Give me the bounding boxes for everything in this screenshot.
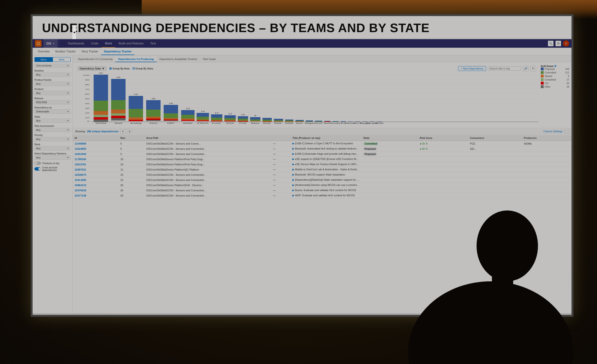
svg-rect-114: [315, 121, 322, 122]
col-producers[interactable]: Producers: [522, 135, 572, 141]
product-label: Product: [34, 88, 71, 90]
iteration-filter: Iteration Any ▼: [34, 70, 71, 77]
nav-build[interactable]: Build and Release: [115, 39, 147, 48]
settings-icon-btn[interactable]: ⚙: [555, 41, 561, 46]
nav-code[interactable]: Code: [88, 39, 102, 48]
cell-dots[interactable]: •••: [271, 151, 291, 157]
svg-text:SiGMa: SiGMa: [95, 122, 107, 124]
risk-value[interactable]: Any ▼: [34, 128, 71, 132]
cell-title: ▶ eSE support in QSEE/TEE [Ensure eSE Fu…: [291, 157, 361, 162]
svg-text:WebP: WebP: [183, 122, 193, 124]
col-area[interactable]: Area Path: [144, 135, 271, 141]
nav-work[interactable]: Work: [102, 39, 115, 48]
cell-producers: [522, 177, 572, 182]
refresh-icon-btn[interactable]: ↻: [530, 66, 536, 71]
svg-rect-26: [94, 117, 108, 119]
cell-dots[interactable]: •••: [271, 172, 291, 177]
svg-rect-59: [181, 115, 195, 119]
cell-consumers: [468, 172, 522, 177]
svg-text:EDM: EDM: [285, 122, 293, 124]
nav-project[interactable]: OS ▼: [43, 39, 58, 48]
cell-consumers: [468, 151, 522, 157]
nav-dashboards[interactable]: Dashboards: [64, 39, 88, 48]
iteration-value[interactable]: Any ▼: [34, 72, 71, 77]
svg-rect-124: [348, 121, 353, 122]
cell-dots[interactable]: •••: [271, 141, 291, 146]
col-state[interactable]: State: [361, 135, 418, 141]
col-title[interactable]: Title (Producer on top): [291, 135, 361, 141]
cell-dots[interactable]: •••: [271, 157, 291, 162]
partner-value[interactable]: Any ▼: [34, 155, 71, 160]
user-avatar[interactable]: U: [563, 40, 569, 47]
group-by-story-option[interactable]: Group By Story: [133, 67, 153, 70]
svg-rect-82: [238, 116, 248, 119]
export-icon[interactable]: ⬇: [120, 129, 125, 134]
col-id[interactable]: Id: [73, 135, 118, 141]
svg-rect-65: [196, 117, 209, 119]
subnav-iteration[interactable]: Iteration Tracker: [52, 48, 79, 55]
story-toggle-btn[interactable]: Story: [34, 57, 53, 62]
cell-dots[interactable]: •••: [271, 182, 291, 188]
table-row: 15376918 20 OS\Core\SiGMa\SCON - Sensors…: [73, 188, 572, 193]
cell-dots[interactable]: •••: [271, 177, 291, 182]
rank-value[interactable]: Any ▼: [34, 146, 71, 150]
cell-dots[interactable]: •••: [271, 188, 291, 193]
cell-producers: SiGMa: [522, 141, 572, 146]
subnav-dependency[interactable]: Dependency Tracker: [101, 48, 134, 55]
cell-dots[interactable]: •••: [271, 167, 291, 172]
svg-rect-78: [224, 120, 236, 121]
cell-dots[interactable]: •••: [271, 162, 291, 167]
svg-text:90: 90: [85, 79, 89, 81]
table-header: Id Ran Area Path Title (Producer on top)…: [73, 135, 572, 141]
drill-down-icon[interactable]: ⧉: [555, 65, 556, 68]
cell-dots[interactable]: •••: [271, 146, 291, 151]
product-family-value[interactable]: Any ▼: [34, 82, 71, 86]
cell-risk: [418, 151, 468, 157]
link-icon-btn[interactable]: 🔗: [523, 66, 528, 71]
svg-text:13: 13: [201, 111, 205, 112]
view-toggle-icon[interactable]: ☰: [127, 129, 132, 134]
dependency-state-dropdown[interactable]: Dependency State ▼: [78, 66, 107, 71]
chart-container: Dependency State ▼ Group By Area: [75, 65, 538, 125]
search-icon-btn[interactable]: 🔍: [548, 41, 554, 46]
column-settings-btn[interactable]: Column Settings: [543, 130, 563, 133]
tab-risk[interactable]: Risk Graph: [200, 56, 219, 62]
cell-consumers: [468, 157, 522, 162]
cell-state: [361, 172, 418, 177]
subnav-story[interactable]: Story Tracker: [79, 48, 101, 55]
product-value[interactable]: Any ▼: [34, 91, 71, 95]
group-by-area-option[interactable]: Group By Area: [109, 67, 129, 70]
deliverable-value[interactable]: Deliverable ▼: [34, 109, 71, 114]
new-dependency-btn[interactable]: + New Dependency: [458, 66, 486, 71]
state-value[interactable]: Any ▼: [34, 119, 71, 123]
fullscreen-icon[interactable]: ⛶: [564, 129, 569, 134]
ado-logo[interactable]: ⬡: [35, 40, 42, 47]
svg-rect-61: [181, 120, 195, 121]
cell-state: [361, 188, 418, 193]
area-path-value[interactable]: OS\Core\SiGMa ▼: [34, 64, 71, 68]
subnav-overview[interactable]: Overview: [35, 48, 52, 55]
cell-id: 11540809: [73, 141, 118, 146]
svg-text:Andr.: Andr.: [263, 122, 271, 124]
col-risk[interactable]: Risk Asse.: [418, 135, 468, 141]
tab-producing[interactable]: Dependencies I'm Producing: [115, 56, 157, 62]
col-rank[interactable]: Ran: [118, 135, 145, 141]
tab-availability[interactable]: Dependency Availability Timeline: [157, 56, 200, 62]
svg-text:Rele.: Rele.: [274, 122, 283, 124]
rank-filter: Rank Any ▼: [34, 143, 71, 150]
area-toggle-btn[interactable]: Area: [53, 57, 71, 62]
col-consumers[interactable]: Consumers: [468, 135, 522, 141]
priority-value[interactable]: Any ▼: [34, 137, 71, 141]
release-value[interactable]: RS5,RS6 ▼: [34, 100, 71, 104]
svg-rect-90: [250, 121, 260, 121]
producer-toggle[interactable]: [34, 162, 41, 165]
cell-title: ▶ [Dependency][StateSep] State separatio…: [291, 177, 361, 182]
cell-title: ▶ eSE Secure Wipe (or Factory Reset) Sup…: [291, 162, 361, 167]
cell-dots[interactable]: •••: [271, 193, 291, 198]
tab-consuming[interactable]: Dependencies I'm Consuming: [75, 56, 115, 62]
nav-test[interactable]: Test: [147, 39, 159, 48]
svg-rect-51: [164, 105, 178, 113]
svg-rect-48: [146, 120, 161, 121]
cross-account-toggle[interactable]: [34, 167, 41, 171]
search-tag-input[interactable]: [488, 66, 521, 71]
